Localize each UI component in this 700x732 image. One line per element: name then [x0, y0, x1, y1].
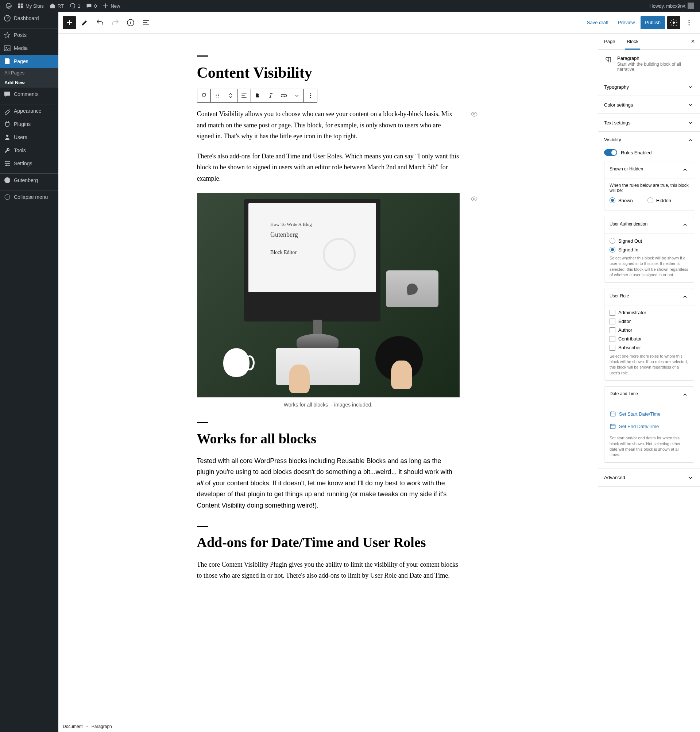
howdy-user[interactable]: Howdy, mbcx9rvt — [646, 0, 697, 12]
comments-count[interactable]: 0 — [83, 0, 100, 12]
admin-bar: My Sites RT 1 0 New Howdy, mbcx9rvt — [0, 0, 700, 12]
svg-rect-4 — [21, 6, 23, 8]
new-content[interactable]: New — [100, 0, 123, 12]
my-sites[interactable]: My Sites — [15, 0, 47, 12]
svg-rect-3 — [18, 6, 21, 8]
site-name[interactable]: RT — [47, 0, 67, 12]
svg-rect-1 — [18, 4, 21, 6]
wp-logo[interactable] — [3, 0, 15, 12]
updates[interactable]: 1 — [67, 0, 83, 12]
avatar-icon — [688, 3, 694, 9]
svg-rect-2 — [21, 4, 23, 6]
